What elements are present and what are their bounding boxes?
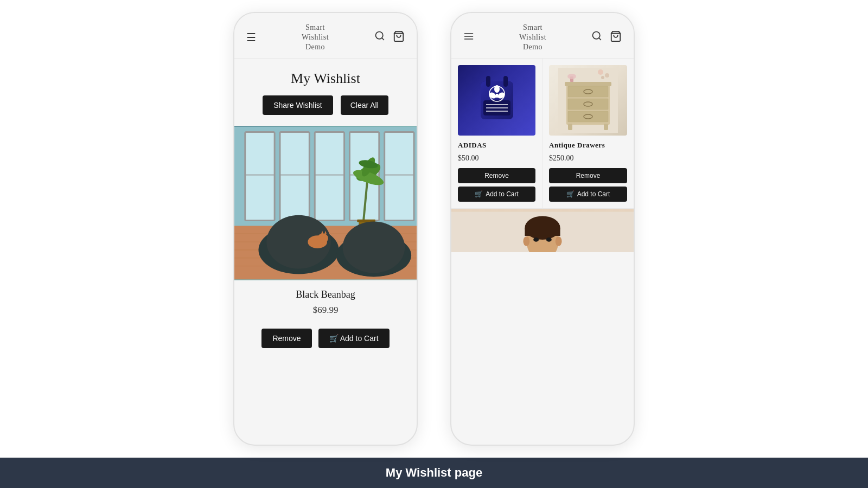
- left-add-to-cart-button[interactable]: 🛒 Add to Cart: [318, 329, 390, 348]
- svg-point-75: [567, 74, 576, 79]
- phone-right: Smart Wishlist Demo: [450, 12, 635, 446]
- adidas-product-name: ADIDAS: [458, 141, 535, 150]
- svg-point-76: [598, 69, 603, 75]
- adidas-product-price: $50.00: [458, 154, 535, 163]
- right-search-icon[interactable]: [591, 30, 602, 45]
- action-buttons: Share Wishlist Clear All: [234, 95, 417, 126]
- right-phone-content: ADIDAS $50.00 Remove 🛒 Add to Cart: [451, 59, 634, 446]
- antique-remove-button[interactable]: Remove: [549, 168, 627, 183]
- main-area: ☰ Smart Wishlist Demo My Wishlist Share …: [0, 0, 868, 458]
- clear-all-button[interactable]: Clear All: [341, 95, 388, 115]
- bottom-bar: My Wishlist page: [0, 458, 868, 488]
- right-cart-icon[interactable]: [610, 30, 622, 45]
- cart-icon-left: 🛒: [329, 334, 339, 343]
- svg-rect-15: [385, 132, 414, 220]
- right-header-icons: [591, 30, 622, 45]
- left-cart-icon[interactable]: [393, 30, 405, 45]
- right-header-title: Smart Wishlist Demo: [519, 23, 546, 53]
- left-remove-button[interactable]: Remove: [261, 329, 311, 348]
- antique-add-to-cart-button[interactable]: 🛒 Add to Cart: [549, 187, 627, 202]
- adidas-remove-button[interactable]: Remove: [458, 168, 535, 183]
- svg-rect-11: [245, 132, 275, 220]
- left-product-price: $69.99: [245, 305, 406, 316]
- svg-rect-82: [525, 228, 560, 236]
- svg-rect-52: [486, 76, 490, 87]
- left-search-icon[interactable]: [374, 30, 385, 45]
- right-menu-icon[interactable]: [463, 31, 474, 44]
- left-product-actions: Remove 🛒 Add to Cart: [234, 329, 417, 354]
- adidas-product-image: [458, 65, 535, 136]
- left-header-icons: [374, 30, 405, 45]
- svg-rect-65: [565, 82, 611, 86]
- svg-point-78: [601, 76, 604, 79]
- adidas-product-item: ADIDAS $50.00 Remove 🛒 Add to Cart: [451, 59, 542, 209]
- share-wishlist-button[interactable]: Share Wishlist: [263, 95, 333, 115]
- left-cart-label: Add to Cart: [340, 334, 379, 343]
- bottom-bar-label: My Wishlist page: [386, 466, 482, 480]
- svg-line-48: [599, 38, 601, 40]
- adidas-add-to-cart-button[interactable]: 🛒 Add to Cart: [458, 187, 535, 202]
- antique-product-item: Antique Drawers $250.00 Remove 🛒 Add to …: [542, 59, 634, 209]
- svg-rect-12: [280, 132, 309, 220]
- svg-rect-67: [568, 99, 608, 110]
- svg-rect-53: [503, 76, 508, 87]
- left-phone-content: My Wishlist Share Wishlist Clear All: [234, 59, 417, 446]
- page-title: My Wishlist: [234, 59, 417, 95]
- cart-icon-adidas: 🛒: [475, 190, 483, 198]
- svg-rect-13: [315, 132, 344, 220]
- svg-point-77: [605, 73, 609, 78]
- antique-product-image: [549, 65, 627, 136]
- right-phone-header: Smart Wishlist Demo: [451, 13, 634, 59]
- left-phone-header: ☰ Smart Wishlist Demo: [234, 13, 417, 59]
- left-header-title: Smart Wishlist Demo: [302, 23, 329, 53]
- antique-product-price: $250.00: [549, 154, 627, 163]
- svg-rect-73: [604, 124, 608, 130]
- left-product-info: Black Beanbag $69.99: [234, 280, 417, 329]
- antique-cart-label: Add to Cart: [577, 190, 610, 198]
- cart-icon-antique: 🛒: [566, 190, 575, 198]
- svg-rect-68: [568, 111, 608, 122]
- adidas-image-bg: [458, 65, 535, 136]
- antique-image-bg: [549, 65, 627, 136]
- svg-rect-66: [568, 86, 608, 97]
- svg-rect-72: [568, 124, 572, 130]
- person-preview: [451, 209, 634, 252]
- svg-point-43: [343, 221, 405, 273]
- svg-point-85: [556, 236, 562, 246]
- phone-left: ☰ Smart Wishlist Demo My Wishlist Share …: [233, 12, 418, 446]
- svg-rect-59: [496, 94, 498, 98]
- svg-point-56: [494, 85, 500, 93]
- right-products-grid: ADIDAS $50.00 Remove 🛒 Add to Cart: [451, 59, 634, 209]
- left-product-name: Black Beanbag: [245, 289, 406, 300]
- svg-line-1: [382, 38, 384, 40]
- svg-point-87: [546, 237, 552, 241]
- antique-product-name: Antique Drawers: [549, 141, 627, 150]
- left-menu-icon[interactable]: ☰: [246, 31, 256, 44]
- adidas-cart-label: Add to Cart: [486, 190, 519, 198]
- svg-point-86: [533, 237, 539, 241]
- svg-point-84: [523, 236, 529, 246]
- beanbag-product-image: [234, 126, 417, 280]
- svg-point-39: [317, 233, 328, 243]
